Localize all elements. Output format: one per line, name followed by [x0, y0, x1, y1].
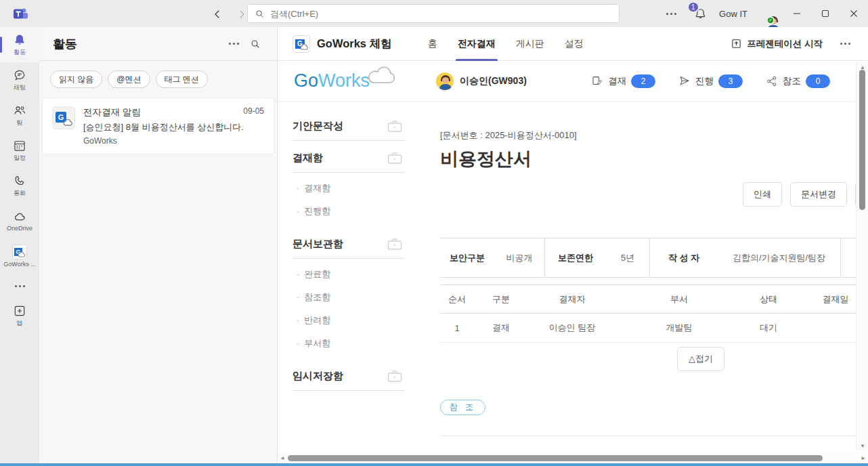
- filter-chip-tag-mentions[interactable]: 태그 멘션: [156, 70, 208, 88]
- rail-item-teams[interactable]: 팀: [0, 98, 39, 133]
- reference-badge[interactable]: 참 조: [440, 400, 485, 415]
- app-rail: 활동 채팅 팀 일정 통화 OneDrive G GoWorks: [0, 27, 39, 464]
- profile-avatar[interactable]: ✓: [754, 4, 773, 23]
- scroll-left-arrow[interactable]: ◄: [278, 452, 287, 464]
- horizontal-scrollbar[interactable]: ◄ ►: [278, 452, 868, 464]
- scroll-right-arrow[interactable]: ►: [859, 452, 868, 464]
- rail-item-goworks[interactable]: G GoWorks ...: [0, 238, 39, 274]
- tab-settings[interactable]: 설정: [555, 27, 594, 61]
- menu-sub-approval[interactable]: 결재함: [297, 177, 405, 200]
- approval-line-table: 순서 구분 결재자 부서 상태 결재일 1 결재 이승인 팀장 개발팀 대기: [440, 284, 856, 343]
- change-document-button[interactable]: 문서변경: [790, 182, 847, 207]
- activity-item-date: 09-05: [243, 106, 264, 116]
- vertical-scroll-thumb[interactable]: [859, 70, 865, 210]
- chat-icon: [13, 68, 26, 82]
- info-label: 보안구분: [440, 238, 494, 277]
- info-label: 보존연한: [545, 238, 606, 277]
- goworks-user: 이승인(GW903): [436, 72, 527, 90]
- count-badge: 0: [806, 75, 830, 88]
- info-value: 5년: [606, 238, 650, 277]
- approval-counters: 결재 2 진행 3 참조 0: [591, 75, 830, 88]
- rail-item-onedrive[interactable]: OneDrive: [0, 203, 39, 238]
- maximize-button[interactable]: [811, 0, 840, 27]
- doc-edit-icon: [591, 75, 603, 87]
- activity-panel: 활동 읽지 않음 @멘션 태그 멘션 G 09-05 전자결재 알림 [승인요청…: [39, 27, 278, 464]
- count-badge: 3: [718, 75, 743, 88]
- approval-menu: 기안문작성 결재함 결재함 진행함 문서보관함 완료함 참조함 반려함 부서함: [292, 109, 405, 391]
- org-name[interactable]: Gow IT: [719, 9, 747, 19]
- count-badge: 2: [631, 75, 655, 88]
- rail-item-activity[interactable]: 활동: [0, 27, 39, 62]
- briefcase-icon: [386, 236, 404, 252]
- start-presentation-button[interactable]: 프레젠테이션 시작: [731, 38, 823, 50]
- notifications-button[interactable]: 1: [686, 7, 715, 20]
- logo-cloud-icon: [366, 66, 397, 87]
- approval-table-header: 순서 구분 결재자 부서 상태 결재일: [440, 284, 856, 314]
- briefcase-icon: [386, 368, 404, 384]
- phone-icon: [13, 174, 26, 188]
- info-label: 작 성 자: [650, 238, 718, 277]
- horizontal-scroll-thumb[interactable]: [288, 455, 823, 461]
- minimize-button[interactable]: [783, 0, 811, 27]
- filter-chip-unread[interactable]: 읽지 않음: [50, 70, 102, 88]
- divider: [440, 436, 856, 436]
- collapse-button[interactable]: △접기: [677, 347, 724, 371]
- tab-board[interactable]: 게시판: [506, 27, 555, 61]
- menu-sub-department[interactable]: 부서함: [297, 332, 405, 355]
- activity-more-button[interactable]: [223, 39, 244, 49]
- bell-filled-icon: [13, 33, 26, 47]
- menu-temp-save[interactable]: 임시저장함: [292, 359, 405, 391]
- activity-search-button[interactable]: [244, 35, 266, 54]
- app-main: G GoWorks 체험 홈 전자결재 게시판 설정 프레젠테이션 시작 GoW…: [278, 27, 868, 464]
- search-input[interactable]: [270, 9, 612, 19]
- status-available-icon: ✓: [766, 16, 775, 24]
- people-icon: [13, 104, 26, 117]
- apps-plus-icon: [13, 304, 26, 318]
- vertical-scrollbar[interactable]: ▲ ▼: [856, 62, 868, 450]
- menu-sub-referenced[interactable]: 참조함: [297, 286, 405, 309]
- counter-reference[interactable]: 참조 0: [766, 75, 830, 88]
- teams-logo-icon: [12, 5, 29, 22]
- back-button[interactable]: [209, 5, 226, 23]
- search-icon: [250, 39, 261, 49]
- goworks-app-icon: G: [52, 106, 75, 129]
- rail-item-calendar[interactable]: 일정: [0, 133, 39, 168]
- document-info-table: 보안구분 비공개 보존연한 5년 작 성 자 김합의/기술지원팀/팀장: [440, 238, 856, 278]
- rail-item-chat[interactable]: 채팅: [0, 62, 39, 98]
- app-header: G GoWorks 체험 홈 전자결재 게시판 설정 프레젠테이션 시작: [278, 27, 868, 61]
- menu-sub-progress[interactable]: 진행함: [297, 200, 405, 223]
- app-more-button[interactable]: [835, 39, 856, 49]
- print-button[interactable]: 인쇄: [743, 182, 782, 207]
- menu-archive[interactable]: 문서보관함: [292, 227, 405, 259]
- filter-chip-mentions[interactable]: @멘션: [108, 70, 150, 88]
- calendar-icon: [13, 139, 26, 152]
- activity-item-title: 전자결재 알림: [83, 106, 244, 119]
- avatar: [436, 72, 454, 90]
- tab-approval[interactable]: 전자결재: [448, 27, 506, 61]
- more-icon: [229, 43, 239, 45]
- menu-sub-completed[interactable]: 완료함: [297, 263, 405, 286]
- search-box[interactable]: [247, 4, 620, 23]
- send-icon: [678, 75, 691, 87]
- menu-draft[interactable]: 기안문작성: [292, 109, 405, 141]
- rail-item-calls[interactable]: 통화: [0, 168, 39, 203]
- rail-more-button[interactable]: [0, 274, 39, 298]
- counter-approve[interactable]: 결재 2: [591, 75, 655, 88]
- close-button[interactable]: [840, 0, 868, 27]
- goworks-logo[interactable]: GoWorks: [294, 70, 397, 91]
- user-name: 이승인(GW903): [460, 75, 527, 87]
- notification-badge: 1: [687, 1, 699, 13]
- menu-approval-box[interactable]: 결재함: [292, 141, 405, 173]
- present-icon: [731, 38, 742, 49]
- activity-item[interactable]: G 09-05 전자결재 알림 [승인요청] 8월 비용정산서를 상신합니다. …: [42, 98, 274, 154]
- titlebar-more-button[interactable]: [657, 13, 686, 15]
- menu-sub-rejected[interactable]: 반려함: [297, 309, 405, 332]
- counter-progress[interactable]: 진행 3: [678, 75, 743, 88]
- goworks-app-icon: G: [12, 245, 27, 259]
- scroll-down-arrow[interactable]: ▼: [856, 441, 868, 450]
- search-icon: [255, 9, 265, 19]
- tab-home[interactable]: 홈: [418, 27, 448, 61]
- rail-item-apps[interactable]: 앱: [0, 298, 39, 333]
- activity-item-body: [승인요청] 8월 비용정산서를 상신합니다.: [83, 121, 244, 133]
- briefcase-icon: [386, 118, 404, 134]
